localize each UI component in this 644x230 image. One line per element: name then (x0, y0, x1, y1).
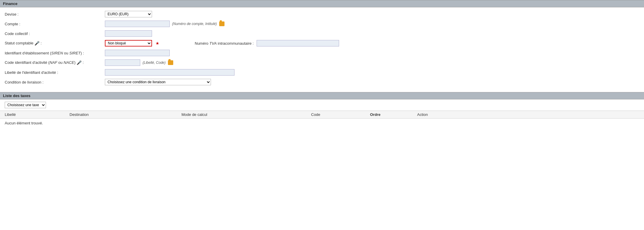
statut-required-star: ★ (156, 41, 159, 46)
tva-label: Numéro TVA intracommunautaire : (195, 41, 254, 46)
devise-field-group: EURO (EUR) USD (USD) GBP (GBP) (105, 11, 152, 17)
tva-group: Numéro TVA intracommunautaire : (195, 40, 339, 46)
libelle-identifiant-field-group (105, 69, 235, 76)
col-header-libelle: Libellé (5, 112, 70, 117)
taxes-add-row: Choisissez une taxe (0, 99, 644, 111)
code-collectif-label: Code collectif : (5, 31, 105, 36)
devise-row: Devise : EURO (EUR) USD (USD) GBP (GBP) (5, 10, 639, 18)
activite-hint: (Libellé, Code) (143, 61, 166, 65)
code-activite-input[interactable] (105, 59, 140, 66)
col-header-ordre: Ordre (370, 112, 417, 117)
taxes-section-header: Liste des taxes (0, 92, 644, 99)
activite-folder-icon[interactable] (168, 60, 173, 65)
identifiant-row: Identifiant d'établissement (SIREN ou SI… (5, 49, 639, 57)
devise-select[interactable]: EURO (EUR) USD (USD) GBP (GBP) (105, 11, 152, 17)
col-header-code: Code (311, 112, 370, 117)
compte-input[interactable] (105, 21, 170, 27)
identifiant-input[interactable] (105, 50, 170, 56)
tva-input[interactable] (257, 40, 339, 46)
statut-tva-row: Statut comptable 🎤 : Non bloqué Bloqué E… (5, 39, 639, 47)
compte-label: Compte : (5, 22, 105, 26)
devise-label: Devise : (5, 12, 105, 16)
finance-section-header: Finance (0, 0, 644, 7)
livraison-label: Condition de livraison : (5, 80, 105, 84)
taxes-title: Liste des taxes (3, 94, 30, 98)
code-collectif-field-group (105, 30, 152, 37)
code-collectif-row: Code collectif : (5, 30, 639, 37)
col-header-destination: Destination (70, 112, 181, 117)
code-activite-label: Code identifiant d'activité (NAF ou NACE… (5, 60, 105, 65)
identifiant-label: Identifiant d'établissement (SIREN ou SI… (5, 51, 105, 55)
statut-comptable-select[interactable]: Non bloqué Bloqué En attente (105, 40, 152, 46)
livraison-field-group: Choisissez une condition de livraison (105, 79, 211, 85)
compte-field-group: (Numéro de compte, Intitulé) (105, 21, 224, 27)
statut-field-group: Non bloqué Bloqué En attente ★ (105, 40, 159, 46)
code-collectif-input[interactable] (105, 30, 152, 37)
taxes-table-header: Libellé Destination Mode de calcul Code … (0, 111, 644, 119)
compte-hint: (Numéro de compte, Intitulé) (172, 22, 217, 26)
col-header-action: Action (417, 112, 639, 117)
no-data-message: Aucun élément trouvé. (0, 119, 644, 128)
compte-folder-icon[interactable] (219, 21, 224, 26)
libelle-identifiant-input[interactable] (105, 69, 235, 76)
activite-mic-icon[interactable]: 🎤 (77, 60, 82, 65)
libelle-identifiant-row: Libellé de l'identifiant d'activité : (5, 69, 639, 76)
compte-row: Compte : (Numéro de compte, Intitulé) (5, 20, 639, 28)
statut-comptable-label: Statut comptable 🎤 : (5, 41, 105, 46)
code-activite-row: Code identifiant d'activité (NAF ou NACE… (5, 59, 639, 66)
livraison-row: Condition de livraison : Choisissez une … (5, 78, 639, 86)
code-activite-field-group: (Libellé, Code) (105, 59, 173, 66)
col-header-mode-calcul: Mode de calcul (181, 112, 311, 117)
statut-mic-icon[interactable]: 🎤 (34, 41, 39, 46)
taxe-select[interactable]: Choisissez une taxe (5, 102, 46, 108)
livraison-select[interactable]: Choisissez une condition de livraison (105, 79, 211, 85)
finance-form: Devise : EURO (EUR) USD (USD) GBP (GBP) … (0, 7, 644, 92)
finance-title: Finance (3, 1, 17, 6)
identifiant-field-group (105, 50, 170, 56)
libelle-identifiant-label: Libellé de l'identifiant d'activité : (5, 70, 105, 75)
